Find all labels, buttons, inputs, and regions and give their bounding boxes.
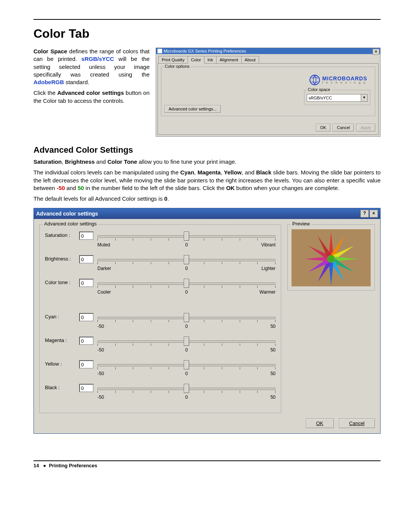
scale-mid: 0 [185, 242, 188, 248]
advanced-color-settings-window: Advanced color settings ? × Advanced col… [33, 208, 381, 434]
slider-value-input[interactable] [79, 313, 94, 321]
slider-label: Black : [45, 384, 79, 390]
scale-left: -50 [97, 395, 104, 400]
slider-row-color-0: Cyan :-50050 [45, 313, 276, 337]
help-button[interactable]: ? [360, 210, 369, 217]
slider-thumb[interactable] [184, 255, 189, 264]
scale-right: 50 [271, 371, 276, 376]
intro-p1: Color Space defines the range of colors … [33, 48, 150, 86]
label-adobergb: AdobeRGB [33, 79, 64, 85]
scale-mid: 0 [185, 371, 188, 376]
microboards-logo: MICROBOARDS t e c h n o l o g y [309, 75, 367, 85]
slider-label: Yellow : [45, 360, 79, 367]
slider-label: Cyan : [45, 313, 79, 320]
slider-thumb[interactable] [184, 232, 189, 241]
slider-track[interactable]: -50050 [97, 313, 276, 330]
scale-right: 50 [271, 395, 276, 400]
adv-group-label: Advanced color settings [43, 221, 98, 227]
slider-thumb[interactable] [184, 279, 189, 288]
slider-label: Brightness : [45, 255, 79, 262]
tab-color[interactable]: Color [188, 56, 204, 64]
scale-left: -50 [97, 324, 104, 329]
app-icon [158, 49, 162, 53]
adv-window-title: Advanced color settings [36, 211, 98, 217]
globe-icon [309, 75, 320, 85]
window-titlebar: Microboards GX Series Printing Preferenc… [156, 48, 380, 54]
slider-thumb[interactable] [184, 313, 189, 322]
slider-thumb[interactable] [184, 384, 189, 393]
chevron-down-icon: ▼ [361, 94, 367, 101]
slider-row-tone-2: Color tone :Cooler0Warmer [45, 279, 276, 302]
color-space-value: sRGB/sYCC [307, 96, 361, 100]
scale-right: Lighter [261, 266, 276, 271]
slider-label: Magenta : [45, 337, 79, 343]
slider-value-input[interactable] [79, 337, 94, 345]
slider-label: Saturation : [45, 232, 79, 238]
adv-ok-button[interactable]: OK [306, 419, 334, 428]
scale-right: 50 [271, 324, 276, 329]
slider-row-color-2: Yellow :-50050 [45, 360, 276, 384]
ok-button[interactable]: OK [316, 124, 330, 131]
scale-right: Vibrant [261, 242, 276, 248]
svg-point-0 [310, 75, 319, 85]
tab-alignment[interactable]: Alignment [216, 56, 242, 64]
slider-value-input[interactable] [79, 232, 94, 240]
slider-track[interactable]: -50050 [97, 337, 276, 353]
slider-track[interactable]: Cooler0Warmer [97, 279, 276, 296]
slider-thumb[interactable] [184, 337, 189, 346]
scale-mid: 0 [185, 289, 188, 295]
adv-titlebar: Advanced color settings ? × [34, 208, 380, 219]
tab-print-quality[interactable]: Print Quality [158, 56, 188, 64]
tab-strip: Print Quality Color Ink Alignment About [156, 54, 380, 63]
color-space-select[interactable]: sRGB/sYCC ▼ [307, 94, 368, 102]
slider-row-tone-1: Brightness :Darker0Lighter [45, 255, 276, 279]
preview-image [292, 229, 371, 286]
slider-value-input[interactable] [79, 360, 94, 369]
scale-left: Cooler [97, 289, 111, 295]
slider-thumb[interactable] [184, 360, 189, 369]
scale-left: Darker [97, 266, 111, 271]
label-adv-settings: Advanced color settings [57, 89, 124, 96]
slider-row-color-1: Magenta :-50050 [45, 337, 276, 360]
tab-ink[interactable]: Ink [204, 56, 217, 64]
scale-left: -50 [97, 371, 104, 376]
tab-about[interactable]: About [241, 56, 259, 64]
scale-mid: 0 [185, 266, 188, 271]
slider-track[interactable]: Muted0Vibrant [97, 232, 276, 248]
scale-left: -50 [97, 347, 104, 353]
scale-mid: 0 [185, 324, 188, 329]
scale-left: Muted [97, 242, 110, 248]
page-number: 14 [33, 463, 39, 468]
slider-label: Color tone : [45, 279, 79, 285]
scale-mid: 0 [185, 347, 188, 353]
slider-value-input[interactable] [79, 384, 94, 392]
close-button[interactable]: × [370, 210, 378, 217]
page-footer: 14 ● Printing Preferences [33, 460, 381, 468]
footer-section: Printing Preferences [49, 463, 97, 468]
printing-preferences-window: Microboards GX Series Printing Preferenc… [156, 48, 381, 137]
slider-value-input[interactable] [79, 279, 94, 287]
scale-mid: 0 [185, 395, 188, 400]
intro-p2: Click the Advanced color settings button… [33, 89, 150, 105]
logo-text: MICROBOARDS [322, 76, 367, 81]
page-heading: Color Tab [33, 27, 381, 41]
body-p2: The individual colors levels can be mani… [33, 169, 381, 192]
preview-label: Preview [291, 221, 311, 227]
slider-track[interactable]: -50050 [97, 384, 276, 401]
scale-right: 50 [271, 347, 276, 353]
apply-button[interactable]: Apply [356, 124, 375, 131]
close-button[interactable]: × [373, 49, 379, 55]
slider-track[interactable]: -50050 [97, 360, 276, 377]
cancel-button[interactable]: Cancel [333, 124, 354, 131]
window-title: Microboards GX Series Printing Preferenc… [164, 49, 246, 53]
svg-point-14 [327, 255, 335, 263]
slider-value-input[interactable] [79, 255, 94, 264]
scale-right: Warmer [260, 289, 276, 295]
preview-group: Preview [287, 224, 375, 291]
slider-track[interactable]: Darker0Lighter [97, 255, 276, 272]
subheading-advanced: Advanced Color Settings [33, 145, 381, 155]
advanced-color-settings-button[interactable]: Advanced color settings... [164, 105, 221, 113]
body-p1: Saturation, Brightness and Color Tone al… [33, 158, 381, 166]
adv-cancel-button[interactable]: Cancel [339, 419, 375, 428]
logo-subtext: t e c h n o l o g y [322, 81, 367, 84]
